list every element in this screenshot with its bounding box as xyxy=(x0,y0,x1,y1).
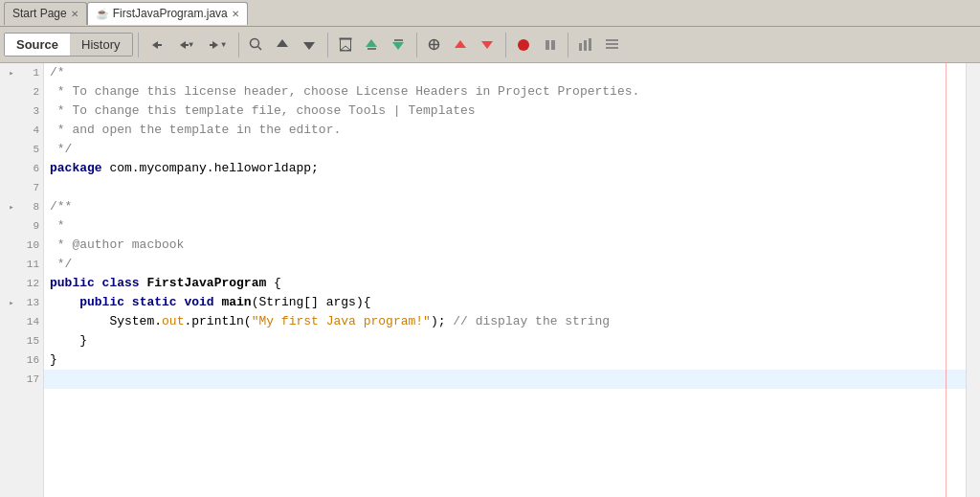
token: package xyxy=(50,159,102,178)
line-num-8: 8 xyxy=(18,201,39,213)
fold-1-icon[interactable]: ▸ xyxy=(7,68,16,79)
tab-java-close[interactable]: ✕ xyxy=(232,9,239,19)
token: (String[] args){ xyxy=(252,293,371,312)
fold-13-icon[interactable]: ▸ xyxy=(7,298,16,308)
forward-arrow-btn[interactable]: ▼ xyxy=(203,33,234,57)
svg-marker-17 xyxy=(455,40,466,48)
code-line-15[interactable]: } xyxy=(44,331,966,350)
separator-6 xyxy=(568,33,568,57)
pause-btn[interactable] xyxy=(538,33,563,57)
code-line-6[interactable]: package com.mycompany.helloworldapp; xyxy=(44,159,966,178)
line-num-7: 7 xyxy=(18,182,39,193)
code-line-1[interactable]: /* xyxy=(44,63,966,82)
token: com.mycompany.helloworldapp; xyxy=(102,159,319,178)
source-button[interactable]: Source xyxy=(5,34,70,56)
separator-3 xyxy=(327,33,328,57)
prev-occurrence-btn[interactable] xyxy=(271,33,296,57)
line-num-11: 11 xyxy=(18,259,39,270)
toggle-breakpoint-btn[interactable] xyxy=(422,33,447,57)
code-line-4[interactable]: * and open the template in the editor. xyxy=(44,121,966,140)
line-num-13: 13 xyxy=(18,297,39,308)
separator-4 xyxy=(416,33,417,57)
tab-java-file[interactable]: ☕ FirstJavaProgram.java ✕ xyxy=(87,2,248,25)
code-line-13[interactable]: public static void main(String[] args){ xyxy=(44,293,966,312)
svg-marker-18 xyxy=(481,41,493,49)
next-breakpoint-icon xyxy=(480,37,495,52)
back-arrow-btn[interactable]: ▼ xyxy=(170,33,201,57)
token: /* xyxy=(50,63,65,82)
code-line-12[interactable]: public class FirstJavaProgram { xyxy=(44,274,966,293)
toolbar-group-1: ▼ ▼ xyxy=(144,33,234,57)
java-file-icon: ☕ xyxy=(96,8,109,20)
svg-marker-10 xyxy=(366,39,377,47)
token: * xyxy=(50,216,65,236)
token: * and open the template in the editor. xyxy=(50,121,341,140)
line-4-gutter: 4 xyxy=(0,121,43,140)
line-9-gutter: 9 xyxy=(0,216,43,236)
next-occurrence-icon xyxy=(302,37,317,52)
toggle-bookmark-btn[interactable] xyxy=(333,33,358,57)
code-line-11[interactable]: */ xyxy=(44,255,966,274)
pause-icon xyxy=(544,38,557,52)
code-line-9[interactable]: * xyxy=(44,216,966,236)
svg-rect-6 xyxy=(350,38,351,50)
back-arrow-icon xyxy=(177,39,189,51)
code-line-5[interactable]: */ xyxy=(44,140,966,159)
code-line-2[interactable]: * To change this license header, choose … xyxy=(44,82,966,102)
line-17-gutter: 17 xyxy=(0,370,43,389)
code-editor[interactable]: /* * To change this license header, choo… xyxy=(44,63,966,497)
back-btn[interactable] xyxy=(144,33,168,57)
code-line-14[interactable]: System.out.println("My first Java progra… xyxy=(44,312,966,331)
history-button[interactable]: History xyxy=(70,34,131,56)
fold-8-icon[interactable]: ▸ xyxy=(7,202,16,213)
next-bookmark-btn[interactable] xyxy=(387,33,412,57)
tasks-btn[interactable] xyxy=(600,33,625,57)
svg-rect-23 xyxy=(584,40,587,51)
prev-occurrence-icon xyxy=(276,37,290,52)
search-icon xyxy=(249,37,263,52)
line-num-17: 17 xyxy=(18,373,39,385)
line-3-gutter: 3 xyxy=(0,102,43,121)
code-line-8[interactable]: /** xyxy=(44,197,966,216)
svg-rect-5 xyxy=(340,38,341,50)
line-num-12: 12 xyxy=(18,278,39,289)
metrics-btn[interactable] xyxy=(573,33,598,57)
code-line-10[interactable]: * @author macbook xyxy=(44,236,966,255)
search-btn[interactable] xyxy=(244,33,269,57)
prev-bookmark-icon xyxy=(365,37,379,52)
editor-container: ▸ 1 2 3 4 5 6 7 ▸ 8 xyxy=(0,63,980,497)
metrics-icon xyxy=(578,37,592,52)
svg-rect-20 xyxy=(546,40,549,50)
line-13-gutter: ▸ 13 xyxy=(0,293,43,312)
line-12-gutter: 12 xyxy=(0,274,43,293)
token: * @author macbook xyxy=(50,236,184,255)
code-line-3[interactable]: * To change this template file, choose T… xyxy=(44,102,966,121)
svg-line-1 xyxy=(258,47,262,51)
toolbar-group-3 xyxy=(333,33,412,57)
separator-1 xyxy=(138,33,139,57)
token: } xyxy=(50,331,87,350)
code-line-17[interactable] xyxy=(44,370,966,389)
token: out xyxy=(162,312,184,331)
token: */ xyxy=(50,140,72,159)
toolbar: Source History ▼ ▼ xyxy=(0,27,980,63)
code-line-7[interactable] xyxy=(44,178,966,197)
next-occurrence-btn[interactable] xyxy=(298,33,323,57)
separator-2 xyxy=(238,33,239,57)
next-breakpoint-btn[interactable] xyxy=(476,33,501,57)
code-lines: /* * To change this license header, choo… xyxy=(44,63,966,389)
tab-java-label: FirstJavaProgram.java xyxy=(113,7,228,20)
stop-btn[interactable] xyxy=(511,33,536,57)
toolbar-group-4 xyxy=(422,33,501,57)
separator-5 xyxy=(505,33,506,57)
code-line-16[interactable]: } xyxy=(44,350,966,370)
toolbar-group-2 xyxy=(244,33,323,57)
token: // display the string xyxy=(453,312,610,331)
prev-bookmark-btn[interactable] xyxy=(360,33,385,57)
line-num-5: 5 xyxy=(18,144,39,155)
tab-start-close[interactable]: ✕ xyxy=(71,9,78,19)
tab-start-page[interactable]: Start Page ✕ xyxy=(4,2,87,25)
prev-breakpoint-btn[interactable] xyxy=(449,33,474,57)
token: } xyxy=(50,350,57,370)
back-dropdown-icon: ▼ xyxy=(189,40,193,49)
